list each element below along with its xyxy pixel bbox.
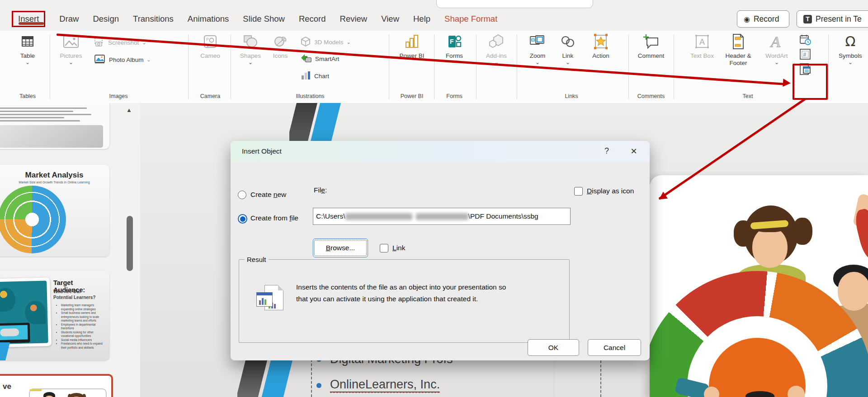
- group-label-camera: Camera: [200, 93, 220, 99]
- ribbon-tab-strip: Insert Draw Design Transitions Animation…: [12, 11, 498, 27]
- display-as-icon-label[interactable]: Display as icon: [587, 187, 634, 195]
- date-time-icon: [799, 34, 811, 46]
- tab-draw[interactable]: Draw: [58, 11, 80, 27]
- dialog-help-button[interactable]: ?: [601, 146, 613, 156]
- zoom-label: Zoom: [530, 52, 546, 60]
- textbox-selection-border-right[interactable]: [600, 360, 601, 397]
- group-label-images: Images: [109, 93, 128, 99]
- slide-number-icon: #: [799, 48, 811, 60]
- link-label[interactable]: Link: [392, 244, 405, 252]
- link-checkbox[interactable]: [380, 244, 388, 252]
- create-new-radio[interactable]: [238, 191, 246, 199]
- chevron-down-icon: ⌄: [248, 60, 253, 65]
- svg-text:P: P: [206, 37, 209, 42]
- header-footer-button[interactable]: Header & Footer: [720, 33, 757, 67]
- action-label: Action: [592, 52, 609, 60]
- wheel-illustration-panel[interactable]: [650, 175, 868, 397]
- tab-view[interactable]: View: [380, 11, 400, 27]
- svg-text:#: #: [803, 51, 807, 58]
- icons-button[interactable]: Icons: [268, 33, 293, 60]
- display-as-icon-checkbox[interactable]: [574, 187, 583, 196]
- slide-bullet-2[interactable]: OnlineLearners, Inc.: [330, 378, 440, 392]
- zoom-button[interactable]: Zoom ⌄: [524, 33, 552, 65]
- group-label-forms: Forms: [446, 93, 462, 99]
- group-divider: [628, 34, 629, 99]
- text-box-button[interactable]: A Text Box: [688, 33, 716, 60]
- symbols-button[interactable]: Ω Symbols ⌄: [835, 33, 866, 65]
- chart-button[interactable]: Chart: [300, 70, 329, 82]
- svg-text:A: A: [770, 33, 780, 50]
- thumbnail-selected-slide[interactable]: ve: [0, 374, 113, 397]
- add-ins-button[interactable]: Add-ins ⌄: [482, 33, 511, 65]
- dialog-close-button[interactable]: ✕: [628, 146, 640, 156]
- action-button[interactable]: Action: [584, 33, 618, 60]
- comment-label: Comment: [638, 52, 665, 60]
- text-box-icon: A: [694, 33, 710, 51]
- tab-record[interactable]: Record: [298, 11, 327, 27]
- link-label: Link: [562, 52, 574, 60]
- forms-icon: F: [446, 33, 462, 51]
- insert-object-result-icon: [256, 285, 284, 314]
- ok-button[interactable]: OK: [528, 339, 579, 356]
- thumb-illustration-frame: [0, 277, 52, 348]
- bullet-dot: [316, 383, 321, 388]
- icons-label: Icons: [273, 52, 288, 60]
- comment-icon: [642, 33, 660, 51]
- tab-shape-format[interactable]: Shape Format: [443, 11, 498, 27]
- record-button[interactable]: ◉ Record: [737, 10, 789, 28]
- wordart-icon: A: [769, 33, 785, 51]
- redacted-blur: [345, 213, 412, 220]
- action-icon: [593, 33, 609, 51]
- thumbnails-scroll-up-arrow[interactable]: ▲: [126, 107, 132, 113]
- thumbnail-slide-intro[interactable]: [0, 103, 109, 149]
- date-time-button[interactable]: [797, 33, 813, 46]
- table-button[interactable]: Table ⌄: [14, 33, 42, 65]
- tab-transitions[interactable]: Transitions: [132, 11, 175, 27]
- tab-help[interactable]: Help: [412, 11, 431, 27]
- thumb-subtitle: Who Are Our Potential Learners?: [53, 289, 99, 300]
- annotation-arrow-1-head: [783, 79, 791, 87]
- smartart-button[interactable]: SmartArt: [300, 53, 339, 65]
- create-from-file-radio[interactable]: [238, 214, 247, 224]
- thumb-title: Market Analysis: [0, 171, 109, 180]
- link-button[interactable]: Link ⌄: [555, 33, 580, 65]
- result-label: Result: [245, 256, 269, 263]
- insert-object-dialog: Insert Object ? ✕ Create new Create from…: [231, 141, 650, 360]
- forms-label: Forms: [446, 52, 463, 60]
- thumbnail-target-audience[interactable]: Target Audience: Who Are Our Potential L…: [0, 271, 109, 360]
- 3d-models-icon: [300, 36, 311, 48]
- file-label: File:: [314, 186, 327, 194]
- browse-button[interactable]: Browse...: [313, 238, 368, 257]
- 3d-models-button[interactable]: 3D Models ⌄: [300, 36, 351, 48]
- tab-review[interactable]: Review: [339, 11, 368, 27]
- comment-button[interactable]: Comment: [632, 33, 670, 60]
- thumbnails-scrollbar[interactable]: [127, 216, 133, 271]
- chevron-down-icon: ⌄: [347, 39, 351, 45]
- power-bi-button[interactable]: Power BI: [396, 33, 428, 60]
- title-bar: Insert Draw Design Transitions Animation…: [0, 0, 868, 31]
- thumbnail-market-analysis[interactable]: Market Analysis Market Size and Growth T…: [0, 165, 109, 257]
- slide-right-edge: [554, 360, 554, 397]
- table-icon: [20, 33, 35, 51]
- thumb-inner-card: [29, 388, 107, 397]
- cancel-button[interactable]: Cancel: [588, 339, 641, 356]
- tab-design[interactable]: Design: [92, 11, 120, 27]
- present-button-label: Present in Te: [816, 14, 862, 24]
- dialog-title-bar[interactable]: Insert Object: [231, 141, 650, 162]
- present-in-teams-button[interactable]: T Present in Te: [797, 10, 868, 28]
- tab-insert[interactable]: Insert: [12, 11, 45, 27]
- wordart-button[interactable]: A WordArt ⌄: [760, 33, 793, 65]
- redacted-blur: [416, 213, 468, 220]
- chart-label: Chart: [314, 73, 329, 79]
- slide-number-button[interactable]: #: [797, 48, 813, 61]
- tab-animations[interactable]: Animations: [187, 11, 230, 27]
- forms-button[interactable]: F Forms: [439, 33, 469, 60]
- create-new-label[interactable]: Create new: [250, 191, 286, 199]
- group-divider: [674, 34, 674, 99]
- powerpoint-window: Insert Draw Design Transitions Animation…: [0, 0, 868, 397]
- photo-album-button[interactable]: Photo Album ⌄: [94, 54, 151, 65]
- file-path-input[interactable]: C:\Users\\PDF Documents\ssbg: [313, 208, 571, 225]
- tab-slide-show[interactable]: Slide Show: [242, 11, 286, 27]
- search-box[interactable]: [436, 0, 593, 8]
- create-from-file-label[interactable]: Create from file: [250, 214, 298, 222]
